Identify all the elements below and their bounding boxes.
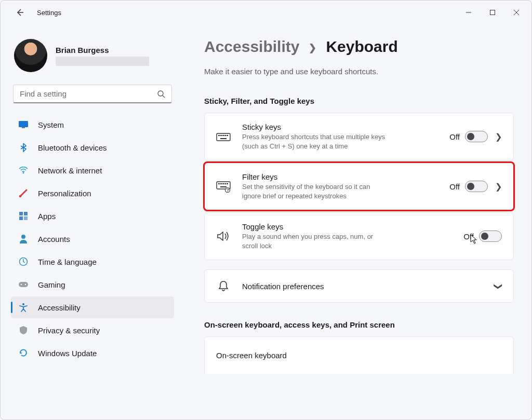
breadcrumb: Accessibility ❯ Keyboard xyxy=(204,38,514,56)
sidebar-item-apps[interactable]: Apps xyxy=(11,205,174,227)
card-text: On-screen keyboard xyxy=(216,351,287,360)
sticky-keys-toggle[interactable] xyxy=(465,131,488,142)
svg-rect-6 xyxy=(19,212,23,215)
nav-label: Gaming xyxy=(38,280,65,289)
search-icon xyxy=(155,88,167,100)
on-screen-keyboard-card[interactable]: On-screen keyboard xyxy=(204,336,514,374)
sidebar-item-personalization[interactable]: Personalization xyxy=(11,182,174,204)
card-controls: ❯ xyxy=(495,281,502,291)
sticky-keys-card[interactable]: Sticky keys Press keyboard shortcuts tha… xyxy=(204,113,514,160)
monitor-icon xyxy=(18,119,29,130)
svg-rect-28 xyxy=(227,183,228,184)
sidebar-item-privacy[interactable]: Privacy & security xyxy=(11,319,174,341)
svg-rect-2 xyxy=(19,121,28,127)
card-desc: Set the sensitivity of the keyboard so i… xyxy=(242,182,388,200)
maximize-button[interactable] xyxy=(481,4,504,21)
chevron-down-icon: ❯ xyxy=(494,283,503,290)
svg-rect-19 xyxy=(222,135,224,136)
profile-name: Brian Burgess xyxy=(56,46,149,55)
nav-label: System xyxy=(38,120,64,129)
svg-rect-22 xyxy=(220,138,227,139)
sidebar-item-windows-update[interactable]: Windows Update xyxy=(11,342,174,364)
settings-window: Settings Brian Burgess xyxy=(0,0,532,420)
accessibility-icon xyxy=(18,302,29,313)
card-title: Toggle keys xyxy=(242,222,388,231)
svg-rect-18 xyxy=(220,135,222,136)
toggle-group: Off xyxy=(449,131,488,142)
profile-header[interactable]: Brian Burgess xyxy=(14,39,171,72)
card-title: Filter keys xyxy=(242,172,388,181)
nav-label: Personalization xyxy=(38,189,91,198)
back-button[interactable] xyxy=(11,4,29,21)
update-icon xyxy=(18,348,29,358)
svg-point-4 xyxy=(23,172,24,174)
sidebar-item-network[interactable]: Network & internet xyxy=(11,159,174,181)
svg-rect-0 xyxy=(490,10,495,15)
nav-label: Time & language xyxy=(38,258,97,266)
card-controls: Off ❯ xyxy=(449,181,502,192)
sidebar-item-system[interactable]: System xyxy=(11,114,174,136)
page-subtitle: Make it easier to type and use keyboard … xyxy=(204,67,514,76)
profile-email-redacted xyxy=(56,57,149,66)
notification-preferences-card[interactable]: Notification preferences ❯ xyxy=(204,269,514,303)
svg-rect-25 xyxy=(220,183,222,184)
filter-keys-toggle[interactable] xyxy=(465,181,488,192)
notification-expander: Notification preferences ❯ xyxy=(204,269,514,303)
chevron-right-icon: ❯ xyxy=(495,132,502,142)
profile-text: Brian Burgess xyxy=(56,46,149,66)
card-text: Toggle keys Play a sound when you press … xyxy=(242,222,388,250)
keyboard-filter-icon xyxy=(214,180,233,193)
card-title: Notification preferences xyxy=(242,282,324,291)
svg-point-30 xyxy=(225,188,230,193)
nav-label: Network & internet xyxy=(38,166,102,175)
card-controls: Off ❯ xyxy=(449,131,502,142)
window-controls xyxy=(457,4,528,21)
clock-globe-icon xyxy=(18,256,29,267)
sidebar-item-time-language[interactable]: Time & language xyxy=(11,251,174,273)
card-desc: Press keyboard shortcuts that use multip… xyxy=(242,132,388,151)
svg-point-5 xyxy=(19,195,22,198)
person-icon xyxy=(18,234,29,244)
minimize-button[interactable] xyxy=(457,4,481,21)
section-heading-sticky: Sticky, Filter, and Toggle keys xyxy=(204,97,514,105)
svg-rect-27 xyxy=(224,183,226,184)
avatar xyxy=(14,39,47,72)
breadcrumb-prev[interactable]: Accessibility xyxy=(204,38,299,56)
toggle-group: Off xyxy=(449,181,488,192)
card-title: Sticky keys xyxy=(242,123,388,131)
apps-icon xyxy=(18,211,29,221)
chevron-right-icon: ❯ xyxy=(495,182,502,192)
svg-rect-12 xyxy=(19,282,28,287)
svg-point-15 xyxy=(22,303,24,305)
shield-icon xyxy=(18,325,29,335)
close-button[interactable] xyxy=(504,4,528,21)
filter-keys-card[interactable]: Filter keys Set the sensitivity of the k… xyxy=(204,162,514,210)
maximize-icon xyxy=(489,9,496,16)
keyboard-icon xyxy=(214,131,233,142)
paintbrush-icon xyxy=(18,188,29,198)
sidebar-item-gaming[interactable]: Gaming xyxy=(11,274,174,295)
gamepad-icon xyxy=(18,279,29,290)
toggle-keys-toggle[interactable] xyxy=(479,231,502,242)
mouse-cursor-icon xyxy=(470,234,477,245)
nav-label: Privacy & security xyxy=(38,326,100,335)
nav-label: Bluetooth & devices xyxy=(38,143,107,152)
sidebar-item-accounts[interactable]: Accounts xyxy=(11,228,174,250)
svg-point-10 xyxy=(21,235,25,239)
search-box[interactable] xyxy=(13,85,172,103)
svg-rect-29 xyxy=(220,186,227,187)
content-area: Accessibility ❯ Keyboard Make it easier … xyxy=(178,24,531,419)
svg-rect-17 xyxy=(218,135,220,136)
toggle-state: Off xyxy=(449,182,460,191)
toggle-keys-card[interactable]: Toggle keys Play a sound when you press … xyxy=(204,212,514,260)
wifi-icon xyxy=(18,165,29,175)
breadcrumb-current: Keyboard xyxy=(326,38,397,56)
nav-label: Accounts xyxy=(38,235,70,243)
sidebar-item-accessibility[interactable]: Accessibility xyxy=(11,296,174,318)
minimize-icon xyxy=(466,9,472,16)
section-heading-osk: On-screen keyboard, access keys, and Pri… xyxy=(204,320,514,329)
osk-cards: On-screen keyboard xyxy=(204,336,514,374)
sidebar-item-bluetooth[interactable]: Bluetooth & devices xyxy=(11,137,174,158)
search-input[interactable] xyxy=(20,89,155,98)
nav-label: Accessibility xyxy=(38,303,81,312)
